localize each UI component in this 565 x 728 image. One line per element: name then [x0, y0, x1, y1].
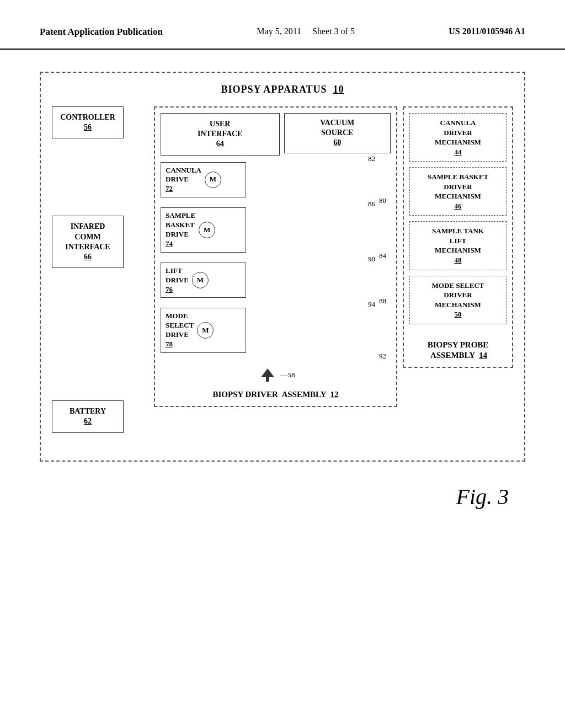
patent-number: US 2011/0105946 A1 [449, 26, 525, 36]
cannula-drive-row: 82 CANNULA DRIVE 72 M 80 [161, 162, 391, 198]
controller-block: CONTROLLER 56 [52, 106, 124, 138]
biopsy-driver-assembly-label: BIOPSY DRIVER ASSEMBLY 12 [161, 389, 391, 400]
mode-select-driver-mech-block: MODE SELECT DRIVER MECHANISM 50 [409, 276, 507, 324]
sheet: Sheet 3 of 5 [312, 26, 355, 36]
sample-basket-driver-mech-block: SAMPLE BASKET DRIVER MECHANISM 46 [409, 167, 507, 216]
lift-num-top: 90 [368, 255, 375, 264]
arrow-58-area: —58 [161, 367, 391, 383]
cannula-motor-circle: M [205, 172, 221, 188]
sample-basket-drive-row: 86 SAMPLE BASKET DRIVE 74 M 84 [161, 207, 391, 253]
sample-tank-lift-mech-block: SAMPLE TANK LIFT MECHANISM 48 [409, 221, 507, 270]
vacuum-source-block: VACUUM SOURCE 60 [284, 113, 391, 153]
mode-select-motor-circle: M [197, 322, 214, 339]
col-middle-driver-assembly: USER INTERFACE 64 VACUUM SOURCE 60 82 [154, 106, 397, 407]
page-header: Patent Application Publication May 5, 20… [0, 0, 565, 50]
outer-box-title: BIOPSY APPARATUS 10 [52, 84, 513, 95]
svg-rect-1 [266, 377, 269, 382]
sample-basket-num-bottom: 84 [379, 251, 386, 260]
sample-basket-drive-block: SAMPLE BASKET DRIVE 74 M [161, 207, 246, 253]
cannula-num-top: 82 [368, 154, 375, 163]
col-right-probe-assembly: CANNULA DRIVER MECHANISM 44 SAMPLE BASKE… [403, 106, 513, 368]
svg-marker-0 [261, 368, 274, 377]
middle-top-section: USER INTERFACE 64 VACUUM SOURCE 60 [161, 113, 391, 156]
battery-block: BATTERY 62 [52, 400, 124, 432]
inner-layout: CONTROLLER 56 INFARED COMM INTERFACE 66 … [52, 106, 513, 433]
mode-select-drive-row: 94 MODE SELECT DRIVE 78 M 92 [161, 308, 391, 353]
lift-motor-circle: M [192, 272, 209, 288]
arrow-up-icon [257, 367, 279, 383]
figure-label: Fig. 3 [40, 484, 525, 510]
date: May 5, 2011 [257, 26, 301, 36]
cannula-driver-mech-block: CANNULA DRIVER MECHANISM 44 [409, 113, 507, 162]
sample-basket-motor-circle: M [199, 222, 215, 238]
mode-select-num-bottom: 92 [379, 352, 386, 361]
date-sheet: May 5, 2011 Sheet 3 of 5 [257, 26, 355, 36]
cannula-drive-block: CANNULA DRIVE 72 M [161, 162, 246, 198]
outer-biopsy-apparatus-box: BIOPSY APPARATUS 10 CONTROLLER 56 INFARE… [40, 72, 525, 462]
col-left: CONTROLLER 56 INFARED COMM INTERFACE 66 … [52, 106, 148, 433]
mode-select-drive-block: MODE SELECT DRIVE 78 M [161, 308, 246, 353]
cannula-num-bottom: 80 [379, 196, 386, 205]
pub-label: Patent Application Publication [40, 26, 163, 38]
infrared-block: INFARED COMM INTERFACE 66 [52, 216, 124, 268]
lift-drive-row: 90 LIFT DRIVE 76 M 88 [161, 263, 391, 298]
lift-drive-block: LIFT DRIVE 76 M [161, 263, 246, 298]
user-interface-block: USER INTERFACE 64 [161, 113, 280, 156]
lift-num-bottom: 88 [379, 297, 386, 306]
sample-basket-num-top: 86 [368, 200, 375, 208]
diagram-area: BIOPSY APPARATUS 10 CONTROLLER 56 INFARE… [0, 50, 565, 532]
mode-select-num-top: 94 [368, 300, 375, 309]
biopsy-probe-assembly-label: BIOPSY PROBE ASSEMBLY 14 [409, 340, 507, 361]
